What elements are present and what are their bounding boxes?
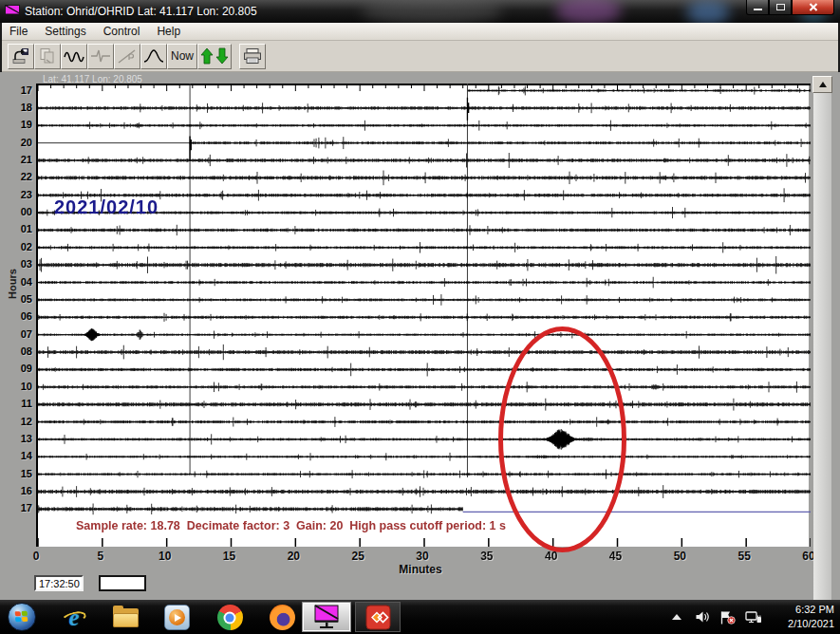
hour-label: 14 <box>11 450 32 461</box>
taskbar-remote-app-button[interactable] <box>355 602 401 632</box>
vertical-scrollbar[interactable] <box>812 76 832 621</box>
hour-label: 15 <box>11 468 32 479</box>
hour-label: 17 <box>11 502 32 513</box>
hour-label: 06 <box>11 310 32 322</box>
file-explorer-icon <box>113 608 139 627</box>
clock-time: 6:32 PM <box>772 603 834 617</box>
scroll-arrows-button[interactable] <box>197 44 232 69</box>
waveform-icon <box>64 47 84 65</box>
hour-label: 21 <box>11 154 32 165</box>
current-time-field[interactable]: 17:32:50 <box>34 575 84 591</box>
volume-icon[interactable] <box>695 610 710 624</box>
taskbar-chrome[interactable] <box>211 603 249 632</box>
helicorder-plot[interactable]: 2021/02/10 <box>36 84 809 547</box>
hour-label: 01 <box>11 223 32 234</box>
menu-item-control[interactable]: Control <box>96 24 150 40</box>
date-label: 2021/02/10 <box>54 196 159 218</box>
x-tick-label: 5 <box>97 550 103 563</box>
hour-label: 07 <box>11 328 32 340</box>
printer-icon <box>242 47 263 65</box>
hour-label: 12 <box>11 416 32 427</box>
x-tick-label: 25 <box>351 550 364 563</box>
filter-bell-icon <box>143 47 164 65</box>
app-window: Station: Ohrid/OHRID Lat: 41.117 Lon: 20… <box>0 0 840 600</box>
minutes-axis-title: Minutes <box>399 563 441 576</box>
filter-bell-button[interactable] <box>140 44 167 69</box>
taskbar-seismograph-app-button[interactable] <box>302 602 351 632</box>
hour-label: 10 <box>11 381 32 392</box>
x-tick-label: 45 <box>609 550 622 563</box>
x-tick-label: 20 <box>288 550 300 563</box>
chrome-icon <box>217 605 243 630</box>
taskbar-firefox[interactable] <box>263 603 301 632</box>
x-tick-label: 40 <box>545 550 557 563</box>
close-button[interactable] <box>792 0 834 15</box>
system-tray: 6:32 PM 2/10/2021 <box>672 600 840 634</box>
taskbar-clock[interactable]: 6:32 PM 2/10/2021 <box>772 603 834 631</box>
hour-label: 02 <box>11 241 32 252</box>
scrollbar-track[interactable] <box>813 93 831 604</box>
x-tick-label: 50 <box>674 550 686 563</box>
seismograph-app-icon <box>313 605 340 630</box>
window-title: Station: Ohrid/OHRID Lat: 41.117 Lon: 20… <box>25 5 257 18</box>
phase-ramp-button-disabled[interactable] <box>114 44 140 69</box>
copy-button-disabled[interactable] <box>34 44 61 69</box>
maximize-button[interactable] <box>769 0 792 15</box>
network-display-icon[interactable] <box>745 610 762 625</box>
screen: Station: Ohrid/OHRID Lat: 41.117 Lon: 20… <box>0 0 840 634</box>
menu-item-file[interactable]: File <box>2 24 37 40</box>
clock-date: 2/10/2021 <box>772 617 834 631</box>
title-bar[interactable]: Station: Ohrid/OHRID Lat: 41.117 Lon: 20… <box>0 0 840 23</box>
hour-label: 18 <box>11 102 32 113</box>
menu-bar: FileSettingsControlHelp <box>2 23 838 41</box>
hour-label: 13 <box>11 433 32 444</box>
hour-label: 16 <box>11 485 32 496</box>
hour-label: 22 <box>11 171 32 182</box>
x-tick-label: 10 <box>159 550 171 563</box>
menu-item-settings[interactable]: Settings <box>37 24 95 40</box>
hour-label: 23 <box>11 189 32 200</box>
client-area: Lat: 41.117 Lon: 20.805 Hours 1718192021… <box>0 72 840 600</box>
toolbar: Now <box>2 41 838 72</box>
triangle-up-icon <box>819 82 827 87</box>
hour-label: 00 <box>11 206 32 217</box>
glass-reflection <box>555 0 622 23</box>
x-tick-label: 15 <box>223 550 235 563</box>
taskbar: e <box>0 600 840 634</box>
secondary-field[interactable] <box>99 575 146 591</box>
x-tick-label: 0 <box>33 550 40 563</box>
taskbar-internet-explorer[interactable]: e <box>55 603 93 632</box>
print-button[interactable] <box>239 44 266 69</box>
waveform-button[interactable] <box>61 44 87 69</box>
taskbar-media-player[interactable] <box>158 603 196 632</box>
open-record-button[interactable] <box>8 44 34 69</box>
scrollbar-up-button[interactable] <box>812 76 832 93</box>
hidden-icons-caret[interactable] <box>672 614 681 620</box>
start-button[interactable] <box>8 603 36 631</box>
menu-item-help[interactable]: Help <box>149 24 190 40</box>
windows-flag-icon <box>15 611 29 624</box>
hour-label: 08 <box>11 345 32 357</box>
minimize-icon <box>754 9 762 10</box>
hour-label: 19 <box>11 119 32 130</box>
action-center-flag-icon[interactable] <box>719 610 736 625</box>
pick-trace-button-disabled[interactable] <box>87 44 114 69</box>
firefox-icon <box>270 605 295 630</box>
now-button[interactable]: Now <box>167 44 197 69</box>
hour-label: 09 <box>11 363 32 374</box>
remote-desktop-app-icon <box>365 605 391 630</box>
copy-icon <box>38 47 57 65</box>
hour-label: 11 <box>11 398 32 409</box>
minimize-button[interactable] <box>746 0 769 15</box>
close-icon <box>809 2 818 11</box>
hour-label: 17 <box>11 84 32 96</box>
media-player-icon <box>164 605 190 630</box>
acquisition-info-text: Sample rate: 18.78 Decimate factor: 3 Ga… <box>76 519 506 532</box>
glass-reflection <box>361 0 503 23</box>
x-tick-label: 55 <box>737 550 750 563</box>
seismogram-traces-canvas[interactable] <box>38 84 811 547</box>
hour-label: 03 <box>11 258 32 270</box>
taskbar-file-explorer[interactable] <box>106 603 144 632</box>
pick-trace-icon <box>90 47 111 65</box>
maximize-icon <box>776 4 785 10</box>
